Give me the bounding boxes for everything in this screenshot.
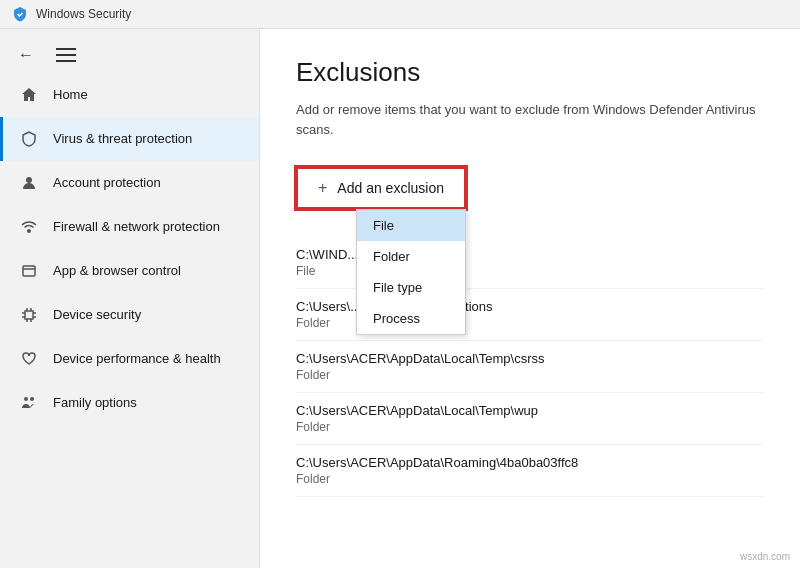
- exclusion-type: Folder: [296, 368, 764, 382]
- title-bar: Windows Security: [0, 0, 800, 29]
- sidebar-item-home[interactable]: Home: [0, 73, 259, 117]
- chip-icon: [19, 305, 39, 325]
- list-item: C:\Users\ACER\AppData\Local\Temp\wup Fol…: [296, 393, 764, 445]
- dropdown-item-process[interactable]: Process: [357, 303, 465, 334]
- window-icon: [19, 261, 39, 281]
- svg-rect-2: [23, 266, 35, 276]
- svg-point-14: [30, 397, 34, 401]
- exclusion-type: Folder: [296, 472, 764, 486]
- sidebar-item-device[interactable]: Device security: [0, 293, 259, 337]
- heart-icon: [19, 349, 39, 369]
- people-icon: [19, 393, 39, 413]
- svg-point-0: [26, 177, 32, 183]
- sidebar-item-virus-label: Virus & threat protection: [53, 131, 192, 148]
- hamburger-line-2: [56, 54, 76, 56]
- add-exclusion-label: Add an exclusion: [337, 180, 444, 196]
- hamburger-line-1: [56, 48, 76, 50]
- exclusion-path: C:\Users\ACER\AppData\Local\Temp\csrss: [296, 351, 764, 366]
- app-body: ← Home Virus & threat protection: [0, 29, 800, 568]
- exclusion-path: C:\Users\ACER\AppData\Roaming\4ba0ba03ff…: [296, 455, 764, 470]
- sidebar-item-performance[interactable]: Device performance & health: [0, 337, 259, 381]
- svg-point-13: [24, 397, 28, 401]
- title-bar-text: Windows Security: [36, 7, 131, 21]
- add-exclusion-wrapper: + Add an exclusion File Folder File type…: [296, 167, 466, 209]
- sidebar-item-firewall-label: Firewall & network protection: [53, 219, 220, 236]
- exclusion-path: C:\Users\ACER\AppData\Local\Temp\wup: [296, 403, 764, 418]
- svg-rect-4: [25, 311, 33, 319]
- list-item: C:\Users\ACER\AppData\Roaming\4ba0ba03ff…: [296, 445, 764, 497]
- add-exclusion-button[interactable]: + Add an exclusion: [296, 167, 466, 209]
- sidebar-item-performance-label: Device performance & health: [53, 351, 221, 368]
- sidebar-item-browser[interactable]: App & browser control: [0, 249, 259, 293]
- person-icon: [19, 173, 39, 193]
- wifi-icon: [19, 217, 39, 237]
- page-description: Add or remove items that you want to exc…: [296, 100, 756, 139]
- page-title: Exclusions: [296, 57, 764, 88]
- plus-icon: +: [318, 179, 327, 197]
- app-icon: [12, 6, 28, 22]
- sidebar-item-account-label: Account protection: [53, 175, 161, 192]
- hamburger-line-3: [56, 60, 76, 62]
- exclusion-type: Folder: [296, 420, 764, 434]
- svg-point-1: [28, 230, 30, 232]
- back-button[interactable]: ←: [12, 41, 40, 69]
- sidebar-item-firewall[interactable]: Firewall & network protection: [0, 205, 259, 249]
- sidebar-item-virus[interactable]: Virus & threat protection: [0, 117, 259, 161]
- watermark: wsxdn.com: [740, 551, 790, 562]
- exclusion-type-dropdown: File Folder File type Process: [356, 209, 466, 335]
- dropdown-item-file[interactable]: File: [357, 210, 465, 241]
- sidebar-item-family[interactable]: Family options: [0, 381, 259, 425]
- content-area: Exclusions Add or remove items that you …: [260, 29, 800, 568]
- dropdown-item-filetype[interactable]: File type: [357, 272, 465, 303]
- dropdown-item-folder[interactable]: Folder: [357, 241, 465, 272]
- sidebar-item-device-label: Device security: [53, 307, 141, 324]
- hamburger-menu-button[interactable]: [52, 41, 80, 69]
- list-item: C:\Users\ACER\AppData\Local\Temp\csrss F…: [296, 341, 764, 393]
- sidebar-top: ←: [0, 33, 259, 73]
- sidebar-item-account[interactable]: Account protection: [0, 161, 259, 205]
- home-icon: [19, 85, 39, 105]
- sidebar-item-home-label: Home: [53, 87, 88, 104]
- sidebar-item-browser-label: App & browser control: [53, 263, 181, 280]
- sidebar: ← Home Virus & threat protection: [0, 29, 260, 568]
- sidebar-item-family-label: Family options: [53, 395, 137, 412]
- shield-icon: [19, 129, 39, 149]
